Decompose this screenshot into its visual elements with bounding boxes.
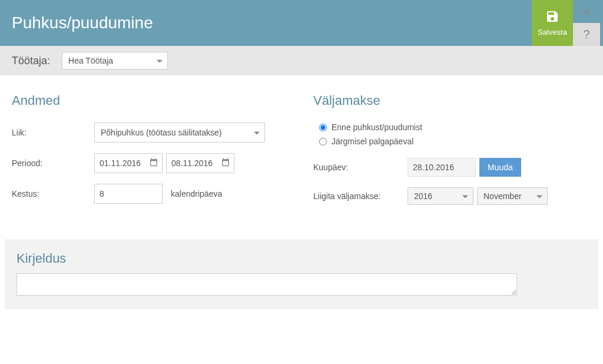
month-select[interactable]: November	[477, 187, 548, 205]
liik-label: Liik:	[12, 128, 94, 137]
close-button[interactable]: ×	[573, 0, 600, 23]
radio-before-input[interactable]	[319, 124, 327, 131]
chevron-down-icon	[462, 196, 468, 198]
calendar-icon	[149, 158, 158, 169]
page-title: Puhkus/puudumine	[0, 0, 532, 46]
help-button[interactable]: ?	[573, 23, 600, 46]
radio-next[interactable]: Järgmisel palgapäeval	[319, 137, 591, 146]
radio-before[interactable]: Enne puhkust/puudumist	[319, 123, 591, 132]
save-label: Salvesta	[538, 28, 567, 37]
periood-row: Periood: 01.11.2016 08.11.2016	[12, 153, 290, 173]
employee-bar: Töötaja: Hea Töötaja	[0, 46, 603, 75]
kuupaev-label: Kuupäev:	[313, 163, 407, 172]
page-header: Puhkus/puudumine Salvesta × ?	[0, 0, 603, 46]
periood-start-value: 01.11.2016	[100, 158, 141, 168]
help-icon: ?	[583, 28, 589, 41]
employee-select[interactable]: Hea Töötaja	[62, 52, 168, 70]
main-content: Andmed Liik: Põhipuhkus (töötasu säilita…	[0, 75, 603, 227]
andmed-title: Andmed	[12, 93, 290, 108]
muuda-button[interactable]: Muuda	[479, 158, 521, 177]
periood-start-input[interactable]: 01.11.2016	[94, 153, 163, 173]
valjamakse-title: Väljamakse	[313, 93, 591, 108]
employee-label: Töötaja:	[12, 55, 50, 67]
calendar-icon	[221, 158, 230, 169]
periood-label: Periood:	[12, 158, 94, 168]
liigita-row: Liigita väljamakse: 2016 November	[313, 187, 591, 205]
employee-selected: Hea Töötaja	[68, 56, 113, 65]
save-button[interactable]: Salvesta	[532, 0, 573, 46]
periood-end-value: 08.11.2016	[171, 158, 213, 168]
kirjeldus-textarea[interactable]	[16, 273, 517, 296]
kestus-row: Kestus: kalendripäeva	[12, 184, 290, 204]
kirjeldus-title: Kirjeldus	[16, 251, 587, 266]
radio-before-label: Enne puhkust/puudumist	[332, 123, 422, 132]
radio-next-input[interactable]	[319, 138, 327, 145]
kestus-unit: kalendripäeva	[171, 189, 222, 198]
year-select[interactable]: 2016	[407, 187, 473, 205]
year-value: 2016	[414, 191, 432, 201]
periood-end-input[interactable]: 08.11.2016	[166, 153, 234, 173]
radio-next-label: Järgmisel palgapäeval	[332, 137, 413, 146]
save-icon	[545, 9, 559, 25]
chevron-down-icon	[536, 196, 542, 198]
kestus-input[interactable]	[94, 184, 163, 204]
andmed-section: Andmed Liik: Põhipuhkus (töötasu säilita…	[12, 93, 290, 216]
kestus-label: Kestus:	[12, 189, 94, 198]
header-actions: Salvesta × ?	[532, 0, 603, 46]
kuupaev-row: Kuupäev: 28.10.2016 Muuda	[313, 158, 591, 177]
kuupaev-value: 28.10.2016	[407, 158, 476, 177]
chevron-down-icon	[157, 60, 163, 63]
valjamakse-section: Väljamakse Enne puhkust/puudumist Järgmi…	[313, 93, 591, 216]
month-value: November	[483, 191, 522, 201]
close-icon: ×	[583, 4, 591, 19]
valjamakse-radiogroup: Enne puhkust/puudumist Järgmisel palgapä…	[319, 123, 591, 146]
liik-row: Liik: Põhipuhkus (töötasu säilitatakse)	[12, 123, 290, 143]
header-side: × ?	[573, 0, 600, 46]
liigita-label: Liigita väljamakse:	[313, 191, 407, 201]
kirjeldus-section: Kirjeldus	[5, 239, 598, 309]
liik-select[interactable]: Põhipuhkus (töötasu säilitatakse)	[94, 123, 265, 143]
chevron-down-icon	[254, 132, 260, 135]
liik-value: Põhipuhkus (töötasu säilitatakse)	[101, 128, 221, 137]
